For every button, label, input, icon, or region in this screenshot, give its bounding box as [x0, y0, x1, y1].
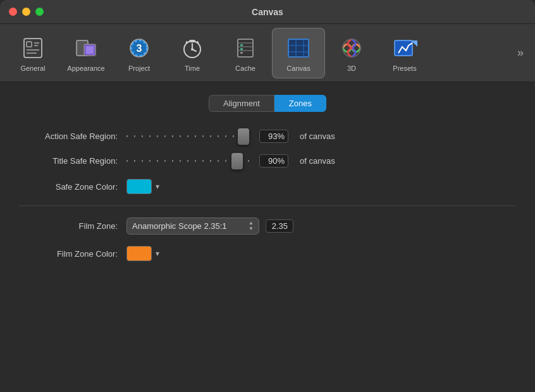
toolbar-item-time[interactable]: Time: [166, 28, 219, 78]
toolbar-item-canvas[interactable]: Canvas: [272, 28, 325, 78]
maximize-button[interactable]: [35, 8, 44, 16]
film-zone-color-swatch[interactable]: [126, 246, 152, 261]
film-zone-color-label: Film Zone Color:: [19, 249, 126, 259]
safe-zone-color-swatch[interactable]: [126, 179, 152, 194]
toolbar-item-general[interactable]: General: [6, 28, 59, 78]
cache-icon: [231, 34, 259, 62]
general-icon: [19, 34, 47, 62]
toolbar-item-3d[interactable]: 3D: [325, 28, 378, 78]
project-icon: 3: [125, 34, 153, 62]
title-safe-region-label: Title Safe Region:: [19, 156, 126, 166]
action-safe-slider-thumb[interactable]: [238, 128, 249, 145]
close-button[interactable]: [9, 8, 17, 16]
stepper-up-icon[interactable]: ▲: [249, 221, 254, 226]
action-safe-of-canvas: of canvas: [300, 132, 335, 141]
film-zone-select-label: Anamorphic Scope 2.35:1: [132, 221, 245, 231]
svg-text:3: 3: [137, 43, 142, 54]
film-zone-control: Anamorphic Scope 2.35:1 ▲ ▼ 2.35: [126, 217, 293, 235]
film-zone-value[interactable]: 2.35: [266, 219, 293, 233]
general-label: General: [20, 64, 45, 72]
time-label: Time: [185, 64, 200, 72]
title-safe-of-canvas: of canvas: [300, 156, 335, 166]
safe-zone-color-dropdown-arrow[interactable]: ▾: [156, 182, 159, 191]
action-safe-slider-bg: [126, 135, 253, 137]
svg-line-15: [192, 49, 196, 51]
toolbar-item-cache[interactable]: Cache: [219, 28, 272, 78]
svg-rect-19: [238, 39, 253, 57]
title-bar: Canvas: [0, 0, 535, 24]
svg-rect-24: [240, 48, 243, 50]
toolbar-item-project[interactable]: 3 Project: [113, 28, 166, 78]
canvas-icon: [285, 34, 312, 62]
toolbar: General Appearance 3 Project: [0, 24, 535, 82]
cache-label: Cache: [235, 64, 255, 72]
safe-zone-color-row: Safe Zone Color: ▾: [19, 179, 516, 194]
toolbar-more-button[interactable]: »: [512, 41, 529, 64]
film-zone-select[interactable]: Anamorphic Scope 2.35:1 ▲ ▼: [126, 217, 259, 235]
action-safe-region-label: Action Safe Region:: [19, 132, 126, 141]
title-safe-slider-container: 90% of canvas: [126, 154, 516, 168]
tab-alignment[interactable]: Alignment: [209, 95, 274, 112]
action-safe-slider[interactable]: [126, 130, 253, 143]
tab-bar: Alignment Zones: [19, 95, 516, 112]
svg-rect-16: [189, 40, 195, 42]
action-safe-value[interactable]: 93%: [259, 130, 288, 143]
svg-rect-25: [240, 52, 243, 54]
film-zone-color-row: Film Zone Color: ▾: [19, 246, 516, 261]
minimize-button[interactable]: [22, 8, 30, 16]
film-zone-color-picker: ▾: [126, 246, 159, 261]
svg-rect-26: [288, 39, 309, 57]
3d-label: 3D: [347, 64, 356, 72]
window-controls: [9, 8, 44, 16]
safe-zone-color-label: Safe Zone Color:: [19, 182, 126, 192]
appearance-icon: [72, 34, 100, 62]
title-safe-region-row: Title Safe Region: 90% of canvas: [19, 154, 516, 168]
window-title: Canvas: [252, 7, 283, 17]
presets-icon: [391, 34, 419, 62]
film-zone-color-dropdown-arrow[interactable]: ▾: [156, 249, 159, 258]
title-safe-slider-thumb[interactable]: [231, 153, 243, 169]
appearance-label: Appearance: [67, 64, 104, 72]
toolbar-item-presets[interactable]: Presets: [378, 28, 431, 78]
action-safe-slider-container: 93% of canvas: [126, 130, 516, 143]
action-safe-region-row: Action Safe Region: 93% of canvas: [19, 130, 516, 143]
title-safe-slider[interactable]: [126, 155, 253, 168]
film-zone-row: Film Zone: Anamorphic Scope 2.35:1 ▲ ▼ 2…: [19, 217, 516, 235]
stepper-down-icon[interactable]: ▼: [249, 226, 254, 231]
svg-rect-23: [240, 44, 243, 46]
toolbar-item-appearance[interactable]: Appearance: [59, 28, 113, 78]
svg-rect-1: [27, 42, 32, 47]
tab-zones[interactable]: Zones: [274, 95, 326, 112]
title-safe-value[interactable]: 90%: [259, 154, 288, 168]
time-icon: [178, 34, 206, 62]
film-zone-label: Film Zone:: [19, 221, 126, 231]
film-zone-stepper[interactable]: ▲ ▼: [249, 221, 254, 231]
canvas-label: Canvas: [286, 64, 310, 72]
project-label: Project: [128, 64, 150, 72]
presets-label: Presets: [393, 64, 416, 72]
content-area: Alignment Zones Action Safe Region: 93% …: [0, 82, 535, 285]
section-divider: [19, 205, 516, 206]
3d-icon: [338, 34, 366, 62]
safe-zone-color-picker: ▾: [126, 179, 159, 194]
svg-rect-8: [86, 46, 94, 54]
